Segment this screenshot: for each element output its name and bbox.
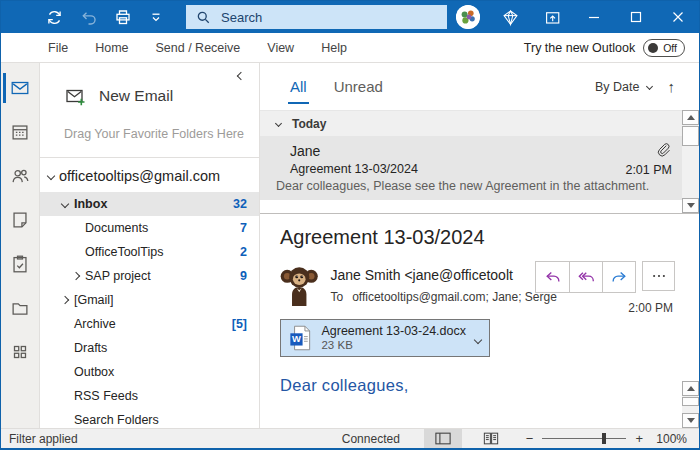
search-input[interactable]: Search [186,5,447,29]
nav-folders-icon[interactable] [1,295,39,321]
connection-status: Connected [342,432,400,446]
forward-icon [609,267,629,287]
folder-label: Inbox [74,197,107,211]
filter-status: Filter applied [9,432,78,446]
send-receive-icon[interactable] [45,8,64,27]
folder-row-drafts[interactable]: Drafts [40,336,259,360]
new-email-button[interactable]: New Email [40,80,259,112]
menu-help[interactable]: Help [321,41,347,55]
folder-row-gmail[interactable]: [Gmail] [40,288,259,312]
account-avatar[interactable] [447,1,489,33]
folder-row-inbox[interactable]: Inbox32 [40,192,259,216]
nav-people-icon[interactable] [1,163,39,189]
folder-row-rss-feeds[interactable]: RSS Feeds [40,384,259,408]
close-button[interactable] [657,1,699,33]
menu-send-receive[interactable]: Send / Receive [156,41,241,55]
ribbon-menu-bar: FileHomeSend / ReceiveViewHelp Try the n… [1,33,699,63]
scroll-down-button[interactable] [682,198,699,213]
zoom-level[interactable]: 100% [655,432,687,446]
email-time: 2:00 PM [628,301,673,315]
folder-list: Inbox32Documents7OfficeToolTips2SAP proj… [40,192,259,428]
navigation-rail [1,63,40,428]
attachment-dropdown-chevron[interactable] [475,329,481,347]
scroll-up-button[interactable] [682,381,699,396]
scroll-down-button[interactable] [682,413,699,428]
scrollbar-thumb[interactable] [682,397,699,406]
folder-row-search-folders[interactable]: Search Folders [40,408,259,428]
reading-view-icon [483,432,499,445]
nav-tasks-icon[interactable] [1,251,39,277]
folder-label: Search Folders [74,413,159,427]
more-actions-button[interactable] [642,261,675,291]
menu-view[interactable]: View [267,41,294,55]
sort-direction-button[interactable]: ↑ [668,78,676,95]
print-icon[interactable] [113,7,133,27]
minimize-button[interactable] [573,1,615,33]
nav-calendar-icon[interactable] [1,119,39,145]
sender-avatar[interactable] [280,261,318,307]
message-list-item[interactable]: Jane Agreement 13-03/2024 Dear colleague… [260,136,682,200]
nav-notes-icon[interactable] [1,207,39,233]
chevron-down-icon [47,172,55,180]
reply-all-icon [576,267,596,287]
collapse-folder-pane-icon[interactable] [235,70,247,82]
folder-row-outbox[interactable]: Outbox [40,360,259,384]
tab-unread[interactable]: Unread [334,78,383,95]
zoom-slider[interactable] [542,438,626,439]
message-list-scrollbar[interactable] [682,110,699,213]
chevron-down-icon [275,120,282,127]
statusbar-right: Connected − + 100% [342,429,699,448]
zoom-slider-thumb[interactable] [602,433,606,444]
undo-icon[interactable] [79,8,98,27]
new-email-icon [64,85,86,107]
nav-mail-icon[interactable] [1,75,39,101]
main-area: New Email Drag Your Favorite Folders Her… [1,63,699,428]
try-new-outlook: Try the new Outlook Off [524,39,685,57]
account-header[interactable]: officetooltips@gmail.com [40,160,259,192]
folder-row-documents[interactable]: Documents7 [40,216,259,240]
toggle-state-label: Off [663,42,677,54]
folder-row-officetooltips[interactable]: OfficeToolTips2 [40,240,259,264]
paperclip-icon [655,142,670,163]
quick-access-toolbar [45,7,164,27]
respond-button-group [535,261,636,293]
folder-label: Archive [74,317,116,331]
nav-more-apps-icon[interactable] [1,339,39,365]
attachment-size: 23 KB [321,339,466,352]
scrollbar-thumb[interactable] [682,126,699,146]
menu-home[interactable]: Home [95,41,128,55]
reply-button[interactable] [536,262,569,292]
group-header-today[interactable]: Today [260,110,682,136]
content-column: All Unread By Date ↑ Today Jane Agreemen… [260,63,699,428]
customize-toolbar-chevron-icon[interactable] [148,9,164,25]
reading-view-button[interactable] [472,429,510,448]
forward-button[interactable] [602,262,635,292]
zoom-out-button[interactable]: − [526,431,534,446]
attachment-info: Agreement 13-03-24.docx 23 KB [321,324,466,352]
scroll-up-button[interactable] [682,110,699,125]
attachment-chip[interactable]: W Agreement 13-03-24.docx 23 KB [280,319,490,357]
sort-by-dropdown[interactable]: By Date [595,80,651,94]
zoom-in-button[interactable]: + [635,431,643,446]
chevron-right-icon[interactable] [61,296,69,304]
folder-row-archive[interactable]: Archive[5] [40,312,259,336]
maximize-button[interactable] [615,1,657,33]
reading-pane-scrollbar[interactable] [682,381,699,428]
reply-all-button[interactable] [569,262,602,292]
folder-unread-count: 32 [233,197,247,211]
premium-gem-icon[interactable] [489,1,531,33]
restore-up-icon[interactable] [531,1,573,33]
chevron-down-icon[interactable] [61,200,69,208]
new-outlook-toggle[interactable]: Off [643,39,685,57]
folder-unread-count: 9 [240,269,247,283]
email-header: Jane Smith <jane@officetoolt To officeto… [280,261,699,307]
tab-all[interactable]: All [290,78,307,95]
email-subject: Agreement 13-03/2024 [280,226,699,249]
menu-file[interactable]: File [48,41,68,55]
search-placeholder: Search [221,10,262,25]
folder-row-sap-project[interactable]: SAP project9 [40,264,259,288]
normal-view-button[interactable] [424,429,462,448]
chevron-right-icon[interactable] [72,272,80,280]
scrollbar-track[interactable] [682,146,699,198]
folder-pane: New Email Drag Your Favorite Folders Her… [40,63,260,428]
